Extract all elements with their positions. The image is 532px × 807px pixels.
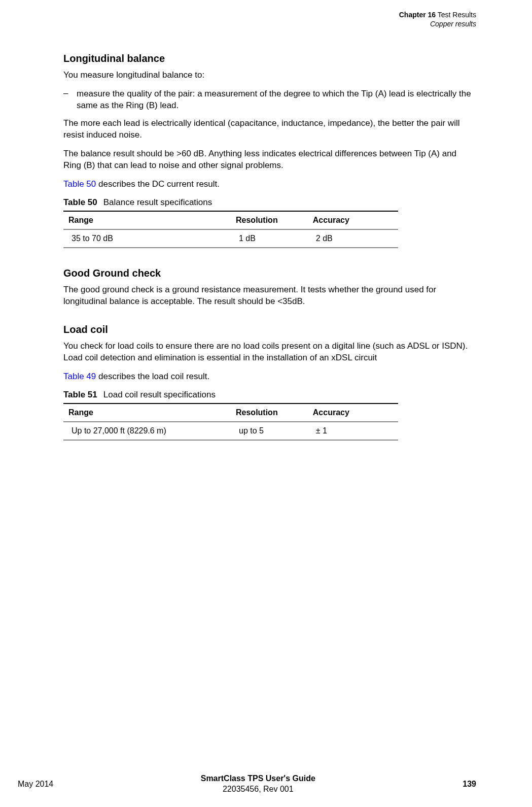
footer-date: May 2014: [18, 780, 53, 789]
table-balance-specs: Range Resolution Accuracy 35 to 70 dB 1 …: [63, 211, 398, 248]
chapter-label: Chapter 16: [399, 11, 436, 19]
heading-loadcoil: Load coil: [63, 324, 476, 335]
td-accuracy: 2 dB: [308, 229, 398, 248]
table-header-row: Range Resolution Accuracy: [63, 404, 398, 422]
th-resolution: Resolution: [231, 404, 308, 422]
th-range: Range: [63, 211, 231, 229]
para-ground: The good ground check is a ground resist…: [63, 284, 476, 308]
table-caption-50: Table 50Balance result specifications: [63, 197, 476, 208]
heading-longitudinal: Longitudinal balance: [63, 53, 476, 64]
section-title: Copper results: [63, 19, 476, 28]
th-accuracy: Accuracy: [308, 404, 398, 422]
page-header: Chapter 16 Test Results Copper results: [63, 10, 476, 28]
table-title: Balance result specifications: [103, 197, 212, 207]
bullet-dash: –: [63, 88, 77, 112]
footer-center: SmartClass TPS User's Guide 22035456, Re…: [53, 774, 463, 795]
td-range: Up to 27,000 ft (8229.6 m): [63, 422, 231, 440]
table-header-row: Range Resolution Accuracy: [63, 211, 398, 229]
td-range: 35 to 70 dB: [63, 229, 231, 248]
footer-page-number: 139: [463, 780, 476, 789]
table-label-51: Table 51: [63, 390, 97, 399]
th-accuracy: Accuracy: [308, 211, 398, 229]
table-link[interactable]: Table 50: [63, 179, 96, 189]
para-loadcoil-ref: Table 49 describes the load coil result.: [63, 371, 476, 383]
section-good-ground: Good Ground check The good ground check …: [63, 267, 476, 308]
table-row: 35 to 70 dB 1 dB 2 dB: [63, 229, 398, 248]
chapter-title-text: Test Results: [438, 11, 476, 19]
table-title-51: Load coil result specifications: [103, 390, 216, 399]
footer-guide-title: SmartClass TPS User's Guide: [53, 774, 463, 784]
para-loadcoil-ref-rest: describes the load coil result.: [96, 372, 209, 381]
bullet-item: – measure the quality of the pair: a mea…: [63, 88, 476, 112]
table-label: Table 50: [63, 197, 97, 207]
section-longitudinal-balance: Longitudinal balance You measure longitu…: [63, 53, 476, 248]
heading-ground: Good Ground check: [63, 267, 476, 279]
para-table-ref: Table 50 describes the DC current result…: [63, 179, 476, 190]
page-footer: May 2014 SmartClass TPS User's Guide 220…: [0, 774, 532, 795]
td-resolution: up to 5: [231, 422, 308, 440]
para-intro: You measure longitudinal balance to:: [63, 70, 476, 81]
td-accuracy: ± 1: [308, 422, 398, 440]
footer-docnum: 22035456, Rev 001: [53, 784, 463, 795]
para-identical: The more each lead is electrically ident…: [63, 118, 476, 141]
table-row: Up to 27,000 ft (8229.6 m) up to 5 ± 1: [63, 422, 398, 440]
td-resolution: 1 dB: [231, 229, 308, 248]
section-load-coil: Load coil You check for load coils to en…: [63, 324, 476, 441]
th-range: Range: [63, 404, 231, 422]
bullet-text: measure the quality of the pair: a measu…: [77, 88, 476, 112]
table-link-49[interactable]: Table 49: [63, 372, 96, 381]
th-resolution: Resolution: [231, 211, 308, 229]
table-loadcoil-specs: Range Resolution Accuracy Up to 27,000 f…: [63, 403, 398, 441]
table-caption-51: Table 51Load coil result specifications: [63, 390, 476, 400]
para-loadcoil: You check for load coils to ensure there…: [63, 341, 476, 364]
para-table-ref-rest: describes the DC current result.: [96, 179, 220, 189]
para-balance-result: The balance result should be >60 dB. Any…: [63, 148, 476, 172]
